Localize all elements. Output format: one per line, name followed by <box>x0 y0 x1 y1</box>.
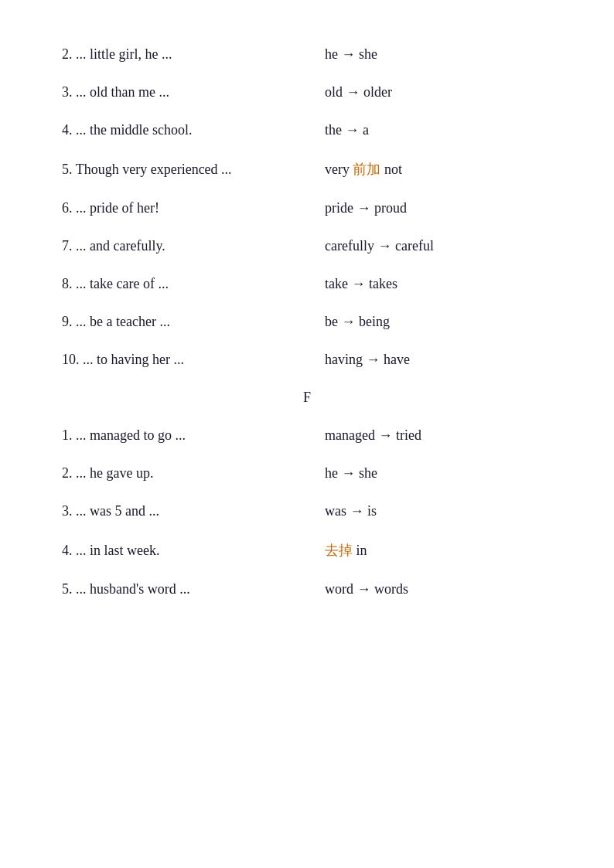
page: 2. ... little girl, he ... he → she 3. .… <box>0 0 614 868</box>
item-answer: having → have <box>325 352 410 367</box>
item-answer: carefully → careful <box>325 238 434 254</box>
item-left: 4. ... the middle school. <box>62 122 309 138</box>
item-answer-prefix: very <box>325 162 353 177</box>
list-item: 7. ... and carefully. carefully → carefu… <box>62 238 552 254</box>
item-right: pride → proud <box>309 200 552 216</box>
item-left: 5. Though very experienced ... <box>62 162 309 178</box>
item-text: ... pride of her! <box>76 200 159 216</box>
item-answer: be → being <box>325 314 390 329</box>
item-text: ... old than me ... <box>76 84 169 100</box>
list-item: 10. ... to having her ... having → have <box>62 352 552 368</box>
section-f-label: F <box>62 390 552 406</box>
list-item: 8. ... take care of ... take → takes <box>62 276 552 292</box>
item-number: 2. <box>62 465 73 481</box>
item-answer: old → older <box>325 84 392 100</box>
item-right: he → she <box>309 465 552 482</box>
item-right: he → she <box>309 46 552 63</box>
item-number: 7. <box>62 238 73 254</box>
item-text: ... and carefully. <box>76 238 165 254</box>
item-text: ... managed to go ... <box>76 427 186 443</box>
item-number: 5. <box>62 581 73 597</box>
list-item: 3. ... was 5 and ... was → is <box>62 503 552 519</box>
item-left: 7. ... and carefully. <box>62 238 309 254</box>
item-text: ... little girl, he ... <box>76 46 172 62</box>
item-text: ... the middle school. <box>76 122 192 138</box>
item-right: having → have <box>309 352 552 368</box>
item-answer-chinese: 前加 <box>353 162 380 177</box>
item-answer: he → she <box>325 46 377 62</box>
item-right: 去掉 in <box>309 541 552 560</box>
item-right: carefully → careful <box>309 238 552 254</box>
item-text: ... husband's word ... <box>76 581 190 597</box>
item-text: ... be a teacher ... <box>76 314 170 329</box>
item-number: 4. <box>62 543 73 558</box>
item-left: 6. ... pride of her! <box>62 200 309 216</box>
section-label-text: F <box>303 390 311 405</box>
item-number: 9. <box>62 314 73 329</box>
list-item: 4. ... in last week. 去掉 in <box>62 541 552 560</box>
item-text: ... was 5 and ... <box>76 503 159 519</box>
item-answer: the → a <box>325 122 369 138</box>
item-left: 1. ... managed to go ... <box>62 427 309 444</box>
list-item: 4. ... the middle school. the → a <box>62 122 552 138</box>
item-answer: managed → tried <box>325 427 421 443</box>
item-number: 3. <box>62 503 73 519</box>
item-text: Though very experienced ... <box>76 162 232 177</box>
item-left: 5. ... husband's word ... <box>62 581 309 597</box>
list-item: 2. ... little girl, he ... he → she <box>62 46 552 63</box>
item-left: 8. ... take care of ... <box>62 276 309 292</box>
item-number: 5. <box>62 162 73 177</box>
item-right: old → older <box>309 84 552 100</box>
item-text: ... take care of ... <box>76 276 169 291</box>
item-right: be → being <box>309 314 552 330</box>
item-number: 8. <box>62 276 73 291</box>
item-number: 4. <box>62 122 73 138</box>
list-item: 5. ... husband's word ... word → words <box>62 581 552 597</box>
item-answer: was → is <box>325 503 377 519</box>
item-right: the → a <box>309 122 552 138</box>
item-answer: take → takes <box>325 276 397 291</box>
item-left: 2. ... he gave up. <box>62 465 309 482</box>
item-right: was → is <box>309 503 552 519</box>
item-right: very 前加 not <box>309 160 552 179</box>
item-text: ... he gave up. <box>76 465 153 481</box>
list-item: 3. ... old than me ... old → older <box>62 84 552 100</box>
item-number: 1. <box>62 427 73 443</box>
list-item: 2. ... he gave up. he → she <box>62 465 552 482</box>
list-item: 9. ... be a teacher ... be → being <box>62 314 552 330</box>
item-left: 10. ... to having her ... <box>62 352 309 368</box>
list-item: 5. Though very experienced ... very 前加 n… <box>62 160 552 179</box>
item-number: 10. <box>62 352 80 367</box>
item-right: take → takes <box>309 276 552 292</box>
item-number: 6. <box>62 200 73 216</box>
item-number: 3. <box>62 84 73 100</box>
item-left: 3. ... old than me ... <box>62 84 309 100</box>
item-left: 9. ... be a teacher ... <box>62 314 309 330</box>
item-left: 3. ... was 5 and ... <box>62 503 309 519</box>
item-answer: word → words <box>325 581 408 597</box>
item-right: word → words <box>309 581 552 597</box>
item-answer: he → she <box>325 465 377 481</box>
item-text: ... to having her ... <box>83 352 184 367</box>
item-number: 2. <box>62 46 73 62</box>
item-right: managed → tried <box>309 427 552 444</box>
item-answer: pride → proud <box>325 200 407 216</box>
item-answer-suffix: not <box>380 162 402 177</box>
list-item: 1. ... managed to go ... managed → tried <box>62 427 552 444</box>
item-text: ... in last week. <box>76 543 159 558</box>
item-left: 2. ... little girl, he ... <box>62 46 309 63</box>
item-answer-suffix: in <box>353 543 367 558</box>
item-answer-chinese: 去掉 <box>325 543 353 558</box>
item-left: 4. ... in last week. <box>62 543 309 559</box>
list-item: 6. ... pride of her! pride → proud <box>62 200 552 216</box>
